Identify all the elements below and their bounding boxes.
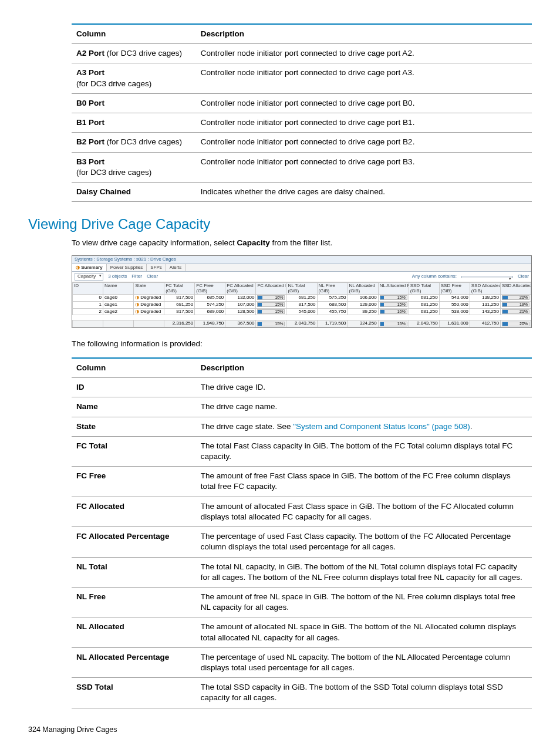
table-cell: Controller node initiator port connected… — [196, 152, 532, 182]
table-cell: A2 Port (for DC3 drive cages) — [72, 44, 196, 63]
column-header[interactable]: NL Allocated (GiB) — [348, 283, 378, 295]
table-cell: ID — [72, 378, 196, 397]
percentage-bar: 15% — [380, 295, 407, 300]
table-cell: The total NL capacity, in GiB. The botto… — [196, 557, 532, 587]
table-cell: B0 Port — [72, 93, 196, 113]
any-column-label: Any column contains: — [412, 274, 457, 279]
column-header[interactable]: SSD Free (GiB) — [439, 283, 470, 295]
table-cell: NL Allocated Percentage — [72, 647, 196, 677]
table-cell: The drive cage ID. — [196, 378, 532, 397]
tab-power-supplies[interactable]: Power Supplies — [107, 264, 147, 272]
percentage-bar: 21% — [502, 309, 529, 314]
percentage-bar: 15% — [380, 322, 407, 326]
percentage-bar: 20% — [502, 295, 529, 300]
percentage-bar: 19% — [502, 302, 529, 307]
table-cell: FC Free — [72, 467, 196, 497]
any-column-input[interactable] — [461, 276, 513, 278]
table-cell: The drive cage state. See "System and Co… — [196, 417, 532, 436]
description-table: Column Description IDThe drive cage ID.N… — [72, 357, 532, 708]
table-cell: NL Allocated — [72, 617, 196, 647]
table-cell: The drive cage name. — [196, 397, 532, 417]
capacity-grid: IDNameStateFC Total (GiB)FC Free (GiB)FC… — [72, 282, 531, 328]
filter-link[interactable]: Filter — [131, 274, 142, 279]
table-row[interactable]: 1cage1◑ Degraded681,250574,250107,00015%… — [73, 301, 531, 308]
tab-alerts[interactable]: Alerts — [166, 264, 185, 272]
table-cell: FC Allocated Percentage — [72, 527, 196, 557]
column-header[interactable]: NL Allocated Percentage — [378, 283, 409, 295]
column-header[interactable]: NL Free (GiB) — [317, 283, 348, 295]
tab-summary[interactable]: ◑ Summary — [72, 264, 107, 272]
column-header[interactable]: FC Total (GiB) — [164, 283, 195, 295]
filter-dropdown[interactable]: Capacity — [75, 273, 103, 281]
column-header[interactable]: FC Allocated (GiB) — [225, 283, 256, 295]
percentage-bar: 15% — [257, 309, 285, 314]
table-cell: Controller node initiator port connected… — [196, 133, 532, 152]
table-cell: State — [72, 417, 196, 436]
tab-bar: ◑ SummaryPower SuppliesSFPsAlerts — [72, 264, 531, 272]
percentage-bar: 15% — [257, 322, 285, 326]
table-cell: B3 Port(for DC3 drive cages) — [72, 152, 196, 182]
ports-header-description: Description — [196, 24, 532, 44]
table-cell: NL Free — [72, 587, 196, 617]
table-cell: B2 Port (for DC3 drive cages) — [72, 133, 196, 152]
table-cell: The total SSD capacity in GiB. The botto… — [196, 678, 532, 708]
object-count: 3 objects — [108, 274, 127, 279]
column-header[interactable]: SSD Allocated Percentage — [500, 283, 531, 295]
column-header[interactable]: NL Total (GiB) — [286, 283, 317, 295]
column-header[interactable]: SSD Total (GiB) — [409, 283, 439, 295]
table-cell: The amount of free Fast Class space in G… — [196, 467, 532, 497]
table-cell: FC Allocated — [72, 497, 196, 526]
table-cell: Name — [72, 397, 196, 417]
table-cell: A3 Port(for DC3 drive cages) — [72, 63, 196, 93]
table-cell: FC Total — [72, 436, 196, 466]
percentage-bar: 20% — [502, 322, 529, 326]
capacity-screenshot: Systems : Storage Systems : s021 : Drive… — [72, 255, 532, 328]
percentage-bar: 16% — [257, 295, 285, 300]
table-row[interactable]: 0cage0◑ Degraded817,500685,500132,00016%… — [73, 294, 531, 301]
ports-header-column: Column — [72, 24, 196, 44]
table-cell: Indicates whether the drive cages are da… — [196, 182, 532, 201]
info-line: The following information is provided: — [72, 339, 532, 349]
table-cell: The total Fast Class capacity in GiB. Th… — [196, 436, 532, 466]
percentage-bar: 16% — [380, 309, 407, 314]
table-cell: NL Total — [72, 557, 196, 587]
table-cell: The percentage of used Fast Class capaci… — [196, 527, 532, 557]
table-cell: Controller node initiator port connected… — [196, 113, 532, 133]
table-cell: Controller node initiator port connected… — [196, 63, 532, 93]
table-cell: Daisy Chained — [72, 182, 196, 201]
column-header[interactable]: Name — [103, 283, 134, 295]
table-cell: The amount of allocated Fast Class space… — [196, 497, 532, 526]
column-header[interactable]: FC Allocated Percentage — [256, 283, 286, 295]
column-header[interactable]: SSD Allocated (GiB) — [470, 283, 500, 295]
table-cell: SSD Total — [72, 678, 196, 708]
percentage-bar: 15% — [257, 302, 285, 307]
table-cell: B1 Port — [72, 113, 196, 133]
ports-table: Column Description A2 Port (for DC3 driv… — [72, 23, 532, 202]
table-cell: Controller node initiator port connected… — [196, 93, 532, 113]
section-heading: Viewing Drive Cage Capacity — [28, 215, 532, 234]
page-footer: 324 Managing Drive Cages — [28, 725, 532, 735]
table-cell: The percentage of used NL capacity. The … — [196, 647, 532, 677]
desc-header-description: Description — [196, 358, 532, 378]
table-cell: The amount of free NL space in GiB. The … — [196, 587, 532, 617]
column-header[interactable]: FC Free (GiB) — [195, 283, 225, 295]
column-header[interactable]: ID — [73, 283, 103, 295]
table-row[interactable]: 2cage2◑ Degraded817,500689,000128,50015%… — [73, 308, 531, 315]
totals-row: 2,316,2501,948,750367,50015%2,043,7501,7… — [73, 320, 531, 328]
table-cell: Controller node initiator port connected… — [196, 44, 532, 63]
intro-text: To view drive cage capacity information,… — [72, 238, 532, 248]
clear-right-link[interactable]: Clear — [518, 274, 529, 279]
column-header[interactable]: State — [134, 283, 164, 295]
breadcrumb: Systems : Storage Systems : s021 : Drive… — [72, 256, 531, 264]
percentage-bar: 15% — [380, 302, 407, 307]
toolbar: Capacity 3 objects Filter Clear Any colu… — [72, 272, 531, 282]
table-cell: The amount of allocated NL space in GiB.… — [196, 617, 532, 647]
clear-link[interactable]: Clear — [147, 274, 158, 279]
tab-sfps[interactable]: SFPs — [147, 264, 166, 272]
desc-header-column: Column — [72, 358, 196, 378]
